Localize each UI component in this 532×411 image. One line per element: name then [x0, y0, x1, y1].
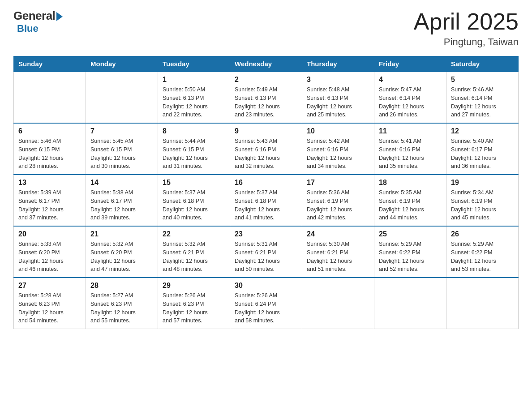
logo-blue-text: Blue — [17, 23, 39, 34]
calendar-cell: 14Sunrise: 5:38 AM Sunset: 6:17 PM Dayli… — [86, 175, 158, 226]
day-info: Sunrise: 5:28 AM Sunset: 6:23 PM Dayligh… — [18, 291, 81, 325]
day-number: 23 — [235, 230, 297, 238]
calendar-cell — [86, 72, 158, 123]
day-info: Sunrise: 5:32 AM Sunset: 6:21 PM Dayligh… — [163, 240, 225, 274]
calendar-cell: 2Sunrise: 5:49 AM Sunset: 6:13 PM Daylig… — [230, 72, 302, 123]
calendar-cell: 23Sunrise: 5:31 AM Sunset: 6:21 PM Dayli… — [230, 226, 302, 278]
calendar-cell: 20Sunrise: 5:33 AM Sunset: 6:20 PM Dayli… — [14, 226, 86, 278]
calendar-cell: 25Sunrise: 5:29 AM Sunset: 6:22 PM Dayli… — [374, 226, 446, 278]
calendar-cell: 21Sunrise: 5:32 AM Sunset: 6:20 PM Dayli… — [86, 226, 158, 278]
day-number: 28 — [90, 282, 153, 290]
day-number: 19 — [451, 179, 514, 187]
day-number: 14 — [90, 179, 153, 187]
calendar-cell: 6Sunrise: 5:46 AM Sunset: 6:15 PM Daylig… — [14, 123, 86, 175]
calendar-cell: 1Sunrise: 5:50 AM Sunset: 6:13 PM Daylig… — [158, 72, 230, 123]
day-info: Sunrise: 5:30 AM Sunset: 6:21 PM Dayligh… — [307, 240, 369, 274]
day-number: 6 — [18, 127, 81, 135]
day-number: 9 — [235, 127, 297, 135]
calendar-cell — [14, 72, 86, 123]
day-info: Sunrise: 5:29 AM Sunset: 6:22 PM Dayligh… — [451, 240, 514, 274]
calendar-cell: 9Sunrise: 5:43 AM Sunset: 6:16 PM Daylig… — [230, 123, 302, 175]
day-number: 8 — [163, 127, 225, 135]
calendar-cell: 12Sunrise: 5:40 AM Sunset: 6:17 PM Dayli… — [446, 123, 519, 175]
day-number: 13 — [18, 179, 81, 187]
title-block: April 2025 Pingtung, Taiwan — [414, 9, 519, 48]
calendar-cell: 22Sunrise: 5:32 AM Sunset: 6:21 PM Dayli… — [158, 226, 230, 278]
calendar-cell — [374, 278, 446, 329]
calendar-cell: 18Sunrise: 5:35 AM Sunset: 6:19 PM Dayli… — [374, 175, 446, 226]
day-info: Sunrise: 5:34 AM Sunset: 6:19 PM Dayligh… — [451, 188, 514, 222]
day-number: 4 — [379, 76, 442, 84]
day-info: Sunrise: 5:48 AM Sunset: 6:13 PM Dayligh… — [307, 86, 369, 119]
day-info: Sunrise: 5:45 AM Sunset: 6:15 PM Dayligh… — [90, 137, 153, 171]
day-info: Sunrise: 5:26 AM Sunset: 6:23 PM Dayligh… — [163, 291, 225, 325]
calendar-cell: 5Sunrise: 5:46 AM Sunset: 6:14 PM Daylig… — [446, 72, 519, 123]
day-number: 10 — [307, 127, 369, 135]
page-header: General Blue April 2025 Pingtung, Taiwan — [13, 9, 519, 48]
weekday-header-row: Sunday Monday Tuesday Wednesday Thursday… — [14, 56, 519, 72]
calendar-cell: 26Sunrise: 5:29 AM Sunset: 6:22 PM Dayli… — [446, 226, 519, 278]
day-info: Sunrise: 5:31 AM Sunset: 6:21 PM Dayligh… — [235, 240, 297, 274]
calendar-cell: 13Sunrise: 5:39 AM Sunset: 6:17 PM Dayli… — [14, 175, 86, 226]
day-number: 11 — [379, 127, 442, 135]
day-info: Sunrise: 5:36 AM Sunset: 6:19 PM Dayligh… — [307, 188, 369, 222]
day-info: Sunrise: 5:42 AM Sunset: 6:16 PM Dayligh… — [307, 137, 369, 171]
day-number: 24 — [307, 230, 369, 238]
day-number: 17 — [307, 179, 369, 187]
logo-general-text: General — [13, 9, 55, 23]
header-saturday: Saturday — [446, 56, 519, 72]
calendar-location: Pingtung, Taiwan — [414, 36, 519, 48]
day-number: 7 — [90, 127, 153, 135]
calendar-cell: 15Sunrise: 5:37 AM Sunset: 6:18 PM Dayli… — [158, 175, 230, 226]
calendar-cell: 11Sunrise: 5:41 AM Sunset: 6:16 PM Dayli… — [374, 123, 446, 175]
calendar-cell: 30Sunrise: 5:26 AM Sunset: 6:24 PM Dayli… — [230, 278, 302, 329]
header-wednesday: Wednesday — [230, 56, 302, 72]
calendar-title: April 2025 — [414, 9, 519, 34]
calendar-table: Sunday Monday Tuesday Wednesday Thursday… — [13, 56, 519, 329]
week-row-3: 13Sunrise: 5:39 AM Sunset: 6:17 PM Dayli… — [14, 175, 519, 226]
calendar-cell: 8Sunrise: 5:44 AM Sunset: 6:15 PM Daylig… — [158, 123, 230, 175]
day-info: Sunrise: 5:32 AM Sunset: 6:20 PM Dayligh… — [90, 240, 153, 274]
day-number: 12 — [451, 127, 514, 135]
day-number: 16 — [235, 179, 297, 187]
header-thursday: Thursday — [302, 56, 374, 72]
day-number: 1 — [163, 76, 225, 84]
calendar-cell: 28Sunrise: 5:27 AM Sunset: 6:23 PM Dayli… — [86, 278, 158, 329]
week-row-2: 6Sunrise: 5:46 AM Sunset: 6:15 PM Daylig… — [14, 123, 519, 175]
day-info: Sunrise: 5:29 AM Sunset: 6:22 PM Dayligh… — [379, 240, 442, 274]
day-info: Sunrise: 5:37 AM Sunset: 6:18 PM Dayligh… — [163, 188, 225, 222]
day-number: 22 — [163, 230, 225, 238]
calendar-cell: 4Sunrise: 5:47 AM Sunset: 6:14 PM Daylig… — [374, 72, 446, 123]
calendar-cell: 10Sunrise: 5:42 AM Sunset: 6:16 PM Dayli… — [302, 123, 374, 175]
day-number: 3 — [307, 76, 369, 84]
day-info: Sunrise: 5:46 AM Sunset: 6:14 PM Dayligh… — [451, 86, 514, 119]
logo: General Blue — [13, 9, 63, 34]
calendar-cell: 17Sunrise: 5:36 AM Sunset: 6:19 PM Dayli… — [302, 175, 374, 226]
week-row-5: 27Sunrise: 5:28 AM Sunset: 6:23 PM Dayli… — [14, 278, 519, 329]
calendar-cell — [446, 278, 519, 329]
day-info: Sunrise: 5:38 AM Sunset: 6:17 PM Dayligh… — [90, 188, 153, 222]
logo-arrow-icon — [56, 12, 63, 21]
day-info: Sunrise: 5:44 AM Sunset: 6:15 PM Dayligh… — [163, 137, 225, 171]
week-row-4: 20Sunrise: 5:33 AM Sunset: 6:20 PM Dayli… — [14, 226, 519, 278]
calendar-cell: 19Sunrise: 5:34 AM Sunset: 6:19 PM Dayli… — [446, 175, 519, 226]
day-number: 25 — [379, 230, 442, 238]
calendar-cell: 3Sunrise: 5:48 AM Sunset: 6:13 PM Daylig… — [302, 72, 374, 123]
day-number: 27 — [18, 282, 81, 290]
header-friday: Friday — [374, 56, 446, 72]
day-number: 30 — [235, 282, 297, 290]
day-number: 2 — [235, 76, 297, 84]
day-info: Sunrise: 5:41 AM Sunset: 6:16 PM Dayligh… — [379, 137, 442, 171]
calendar-cell — [302, 278, 374, 329]
day-info: Sunrise: 5:39 AM Sunset: 6:17 PM Dayligh… — [18, 188, 81, 222]
day-number: 15 — [163, 179, 225, 187]
day-info: Sunrise: 5:37 AM Sunset: 6:18 PM Dayligh… — [235, 188, 297, 222]
day-number: 20 — [18, 230, 81, 238]
day-info: Sunrise: 5:47 AM Sunset: 6:14 PM Dayligh… — [379, 86, 442, 119]
day-info: Sunrise: 5:27 AM Sunset: 6:23 PM Dayligh… — [90, 291, 153, 325]
header-tuesday: Tuesday — [158, 56, 230, 72]
calendar-cell: 24Sunrise: 5:30 AM Sunset: 6:21 PM Dayli… — [302, 226, 374, 278]
day-number: 29 — [163, 282, 225, 290]
day-number: 5 — [451, 76, 514, 84]
day-number: 21 — [90, 230, 153, 238]
